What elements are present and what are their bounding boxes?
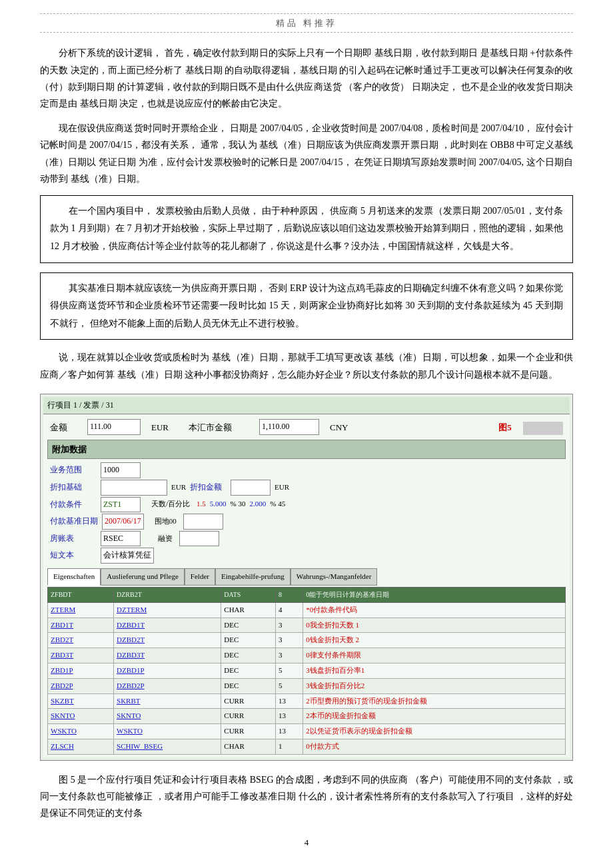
table-cell-r1-c3: 3 (276, 618, 303, 633)
table-cell-r0-c4: *0付款条件代码 (303, 602, 566, 618)
table-cell-r1-c4: 0我全折扣天数 1 (303, 618, 566, 633)
table-cell-r4-c0: ZBD1P (48, 663, 114, 678)
table-cell-r5-c3: 5 (276, 678, 303, 693)
table-cell-r5-c1: DZBD2P (114, 678, 221, 693)
sap-table-screenshot: 行项目 1 / 发票 / 31 金额 111.00 EUR 本汇市金额 1,11… (40, 394, 573, 761)
table-cell-r4-c4: 3钱盘折扣百分率1 (303, 663, 566, 678)
table-header: ZFBDT DZRB2T DATS 8 0能于凭明日计算的基准日期 (48, 587, 566, 602)
table-row: ZTERMDZTERMCHAR4*0付款条件代码 (48, 602, 566, 618)
form-row-scope: 业务范围 1000 (50, 462, 303, 479)
th-col5: 0能于凭明日计算的基准日期 (303, 587, 566, 602)
page-number: 4 (40, 835, 573, 850)
section-title: 附加数据 (47, 440, 566, 459)
table-cell-r3-c1: DZBD3T (114, 648, 221, 663)
table-cell-r4-c3: 5 (276, 663, 303, 678)
table-cell-r4-c2: DEC (221, 663, 276, 678)
table-cell-r1-c1: DZBD1T (114, 618, 221, 633)
tab-eingabehilfe[interactable]: Eingabehilfe-prufung (215, 568, 291, 586)
table-row: ZLSCHSCHIW_BSEGCHAR10付款方式 (48, 739, 566, 754)
form-row-account-chart: 房账表 RSEC 融资 (50, 530, 303, 548)
paragraph-2: 现在假设供应商送货时同时开票给企业， 日期是 2007/04/05，企业收货时间… (40, 120, 573, 187)
th-col2: DZRB2T (114, 587, 221, 602)
table-header-row: 行项目 1 / 发票 / 31 (43, 397, 570, 415)
currency2: CNY (330, 420, 356, 435)
table-cell-r9-c0: ZLSCH (48, 739, 114, 754)
table-cell-r0-c0: ZTERM (48, 602, 114, 618)
table-row: SKZBTSKRBTCURR132币型费用的预订货币的现金折扣金额 (48, 693, 566, 709)
table-cell-r6-c2: CURR (221, 693, 276, 709)
header-title: 精品 料推荐 (276, 18, 337, 28)
table-cell-r0-c2: CHAR (221, 602, 276, 618)
table-cell-r1-c2: DEC (221, 618, 276, 633)
amount-label: 金额 (50, 420, 77, 435)
table-cell-r9-c1: SCHIW_BSEG (114, 739, 221, 754)
tab-eigenschaften[interactable]: Eigenschaften (47, 568, 101, 586)
table-cell-r2-c1: DZBD2T (114, 633, 221, 648)
barcode-img (523, 422, 563, 435)
table-cell-r7-c4: 2本币的现金折扣金额 (303, 709, 566, 724)
page-header: 精品 料推荐 (40, 13, 573, 33)
th-col4: 8 (276, 587, 303, 602)
table-cell-r2-c4: 0钱金折扣天数 2 (303, 633, 566, 648)
row-label: 行项目 1 / 发票 / 31 (47, 398, 114, 413)
table-cell-r6-c0: SKZBT (48, 693, 114, 709)
table-cell-r5-c4: 3钱金折扣百分比2 (303, 678, 566, 693)
th-col1: ZFBDT (48, 587, 114, 602)
form-row-payment-terms: 付款条件 ZST1 天数/百分比 1.5 5.000 % 30 2.000 % … (50, 496, 303, 514)
table-cell-r8-c0: WSKTO (48, 724, 114, 739)
table-cell-r6-c1: SKRBT (114, 693, 221, 709)
table-cell-r8-c3: 13 (276, 724, 303, 739)
table-cell-r7-c2: CURR (221, 709, 276, 724)
tab-wahrung[interactable]: Wahrungs-/Manganfelder (291, 568, 378, 586)
paragraph-1: 分析下系统的设计逻辑， 首先，确定收付款到期日的实际上只有一个日期即 基线日期，… (40, 45, 573, 112)
table-row: ZBD1PDZBD1PDEC53钱盘折扣百分率1 (48, 663, 566, 678)
table-cell-r6-c3: 13 (276, 693, 303, 709)
highlight-box-2: 其实基准日期本就应该统一为供应商开票日期， 否则 ERP 设计为这点鸡毛蒜皮的日… (40, 272, 573, 340)
fig5-caption: 图 5 是一个应付行项目凭证和会计行项目表格 BSEG 的合成图，考虑到不同的供… (40, 771, 573, 822)
table-cell-r9-c4: 0付款方式 (303, 739, 566, 754)
amount-value: 111.00 (87, 419, 141, 435)
table-cell-r8-c4: 2以凭证货币表示的现金折扣金额 (303, 724, 566, 739)
table-cell-r4-c1: DZBD1P (114, 663, 221, 678)
form-left: 业务范围 1000 折扣基础 EUR 折扣金额 EUR 付款条件 ZST1 天数… (50, 462, 303, 564)
table-row: SKNTOSKNTOCURR132本币的现金折扣金额 (48, 709, 566, 724)
table-cell-r3-c3: 3 (276, 648, 303, 663)
table-cell-r3-c0: ZBD3T (48, 648, 114, 663)
tab-auslieferung[interactable]: Auslieferung und Pflege (101, 568, 185, 586)
table-row: ZBD3TDZBD3TDEC30律支付条件期限 (48, 648, 566, 663)
table-cell-r8-c1: WSKTO (114, 724, 221, 739)
currency1: EUR (151, 420, 178, 435)
table-cell-r2-c2: DEC (221, 633, 276, 648)
local-amount-label: 本汇市金额 (189, 420, 249, 435)
table-cell-r2-c3: 3 (276, 633, 303, 648)
table-body: ZTERMDZTERMCHAR4*0付款条件代码ZBD1TDZBD1TDEC30… (48, 602, 566, 754)
form-row-short-text: 短文本 会计核算凭征 (50, 547, 303, 564)
tabs-row: Eigenschaften Auslieferung und Pflege Fe… (47, 568, 566, 586)
form-row-baseline-date: 付款基准日期 2007/06/17 围地00 (50, 513, 303, 530)
table-row: ZBD2PDZBD2PDEC53钱金折扣百分比2 (48, 678, 566, 693)
table-cell-r9-c3: 1 (276, 739, 303, 754)
table-cell-r5-c2: DEC (221, 678, 276, 693)
bseg-data-table: ZFBDT DZRB2T DATS 8 0能于凭明日计算的基准日期 ZTERMD… (47, 587, 566, 755)
table-cell-r1-c0: ZBD1T (48, 618, 114, 633)
table-cell-r9-c2: CHAR (221, 739, 276, 754)
th-col3: DATS (221, 587, 276, 602)
table-row: WSKTOWSKTOCURR132以凭证货币表示的现金折扣金额 (48, 724, 566, 739)
table-cell-r0-c1: DZTERM (114, 602, 221, 618)
table-inner: 金额 111.00 EUR 本汇市金额 1,110.00 CNY 图5 附加数据… (43, 414, 570, 757)
table-row: ZBD2TDZBD2TDEC30钱金折扣天数 2 (48, 633, 566, 648)
tab-felder[interactable]: Felder (185, 568, 215, 586)
table-cell-r8-c2: CURR (221, 724, 276, 739)
form-grid: 业务范围 1000 折扣基础 EUR 折扣金额 EUR 付款条件 ZST1 天数… (47, 460, 566, 566)
table-cell-r3-c2: DEC (221, 648, 276, 663)
local-amount-value: 1,110.00 (259, 419, 319, 435)
table-row: ZBD1TDZBD1TDEC30我全折扣天数 1 (48, 618, 566, 633)
table-cell-r0-c3: 4 (276, 602, 303, 618)
paragraph-5: 说，现在就算以企业收货或质检时为 基线（准）日期，那就手工填写更改该 基线（准）… (40, 349, 573, 382)
table-cell-r6-c4: 2币型费用的预订货币的现金折扣金额 (303, 693, 566, 709)
highlight-box-1: 在一个国内项目中， 发票校验由后勤人员做， 由于种种原因， 供应商 5 月初送来… (40, 195, 573, 263)
table-cell-r5-c0: ZBD2P (48, 678, 114, 693)
table-cell-r7-c0: SKNTO (48, 709, 114, 724)
table-cell-r2-c0: ZBD2T (48, 633, 114, 648)
amount-row: 金额 111.00 EUR 本汇市金额 1,110.00 CNY 图5 (47, 417, 566, 437)
